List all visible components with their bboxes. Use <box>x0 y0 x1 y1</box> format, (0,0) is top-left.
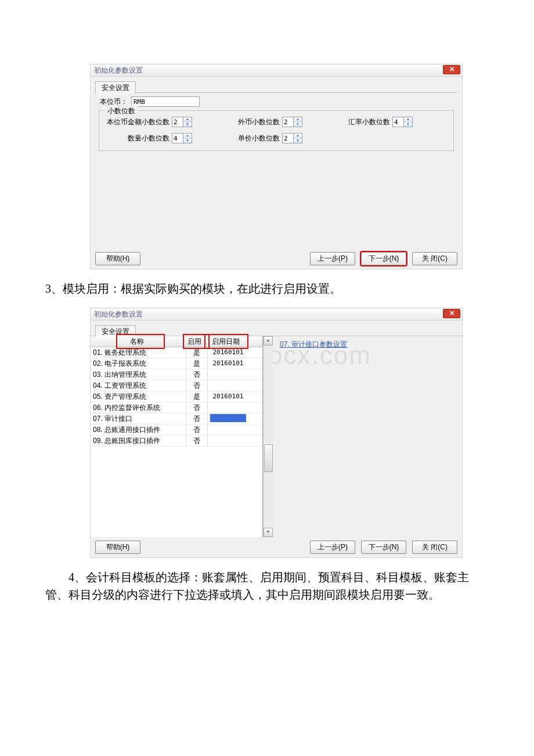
spin-up-icon[interactable]: ▲ <box>294 117 302 123</box>
base-currency-field[interactable]: RMB <box>131 96 200 107</box>
prev-button[interactable]: 上一步(P) <box>310 541 355 554</box>
next-button[interactable]: 下一步(N) <box>361 541 406 554</box>
spin-down-icon[interactable]: ▼ <box>404 123 412 127</box>
decimal-group: 小数位数 本位币金额小数位数 2 ▲▼ 外币小数位数 2 ▲▼ <box>99 110 454 151</box>
table-row[interactable]: 05. 资产管理系统是20160101 <box>91 391 262 402</box>
cell-date: 20160101 <box>208 391 248 402</box>
dialog-title: 初始化参数设置 <box>94 66 143 75</box>
label-base-amount: 本位币金额小数位数 <box>107 117 169 127</box>
para-module-enable: 3、模块启用：根据实际购买的模块，在此进行启用设置。 <box>45 280 489 297</box>
close-button[interactable]: 关 闭(C) <box>412 252 457 265</box>
table-row[interactable]: 03. 出纳管理系统否 <box>91 369 262 380</box>
table-row[interactable]: 07. 审计接口否 <box>91 413 262 424</box>
cell-name: 02. 电子报表系统 <box>91 358 186 369</box>
scroll-thumb[interactable] <box>264 444 273 472</box>
cell-enable: 否 <box>186 402 208 413</box>
label-rate: 汇率小数位数 <box>348 117 390 127</box>
cell-date <box>208 424 248 435</box>
label-qty: 数量小数位数 <box>128 134 169 143</box>
dialog-title: 初始化参数设置 <box>94 309 143 319</box>
cell-enable: 否 <box>186 413 208 424</box>
spin-qty[interactable]: 4 ▲▼ <box>172 133 192 143</box>
spin-up-icon[interactable]: ▲ <box>404 117 412 123</box>
selected-cell[interactable] <box>210 414 246 422</box>
cell-name: 05. 资产管理系统 <box>91 391 186 402</box>
cell-date: 20160101 <box>208 358 248 369</box>
cell-name: 07. 审计接口 <box>91 413 186 424</box>
para-account-template: 4、会计科目模板的选择：账套属性、启用期间、预置科目、科目模板、账套主管、科目分… <box>45 568 489 603</box>
cell-enable: 否 <box>186 435 208 446</box>
cell-enable: 是 <box>186 358 208 369</box>
close-icon[interactable]: ✕ <box>443 65 460 74</box>
cell-enable: 否 <box>186 424 208 435</box>
cell-name: 09. 总账国库接口插件 <box>91 435 186 446</box>
cell-name: 06. 内控监督评价系统 <box>91 402 186 413</box>
help-button[interactable]: 帮助(H) <box>95 541 140 554</box>
dialog-initial-params-1: 初始化参数设置 ✕ 安全设置 本位币： RMB 小数位数 本位币金额小数位数 2 <box>90 64 463 269</box>
cell-date <box>208 369 248 380</box>
cell-date <box>208 402 248 413</box>
dialog-initial-params-2: www.bdocx.com 初始化参数设置 ✕ 安全设置 名称 启用 启用日期 … <box>90 308 463 558</box>
module-grid: 名称 启用 启用日期 01. 账务处理系统是2016010102. 电子报表系统… <box>91 336 263 537</box>
base-currency-label: 本位币： <box>100 97 128 107</box>
spin-up-icon[interactable]: ▲ <box>183 134 192 139</box>
spin-down-icon[interactable]: ▼ <box>294 123 302 127</box>
spin-up-icon[interactable]: ▲ <box>183 117 192 123</box>
cell-name: 03. 出纳管理系统 <box>91 369 186 380</box>
spin-price[interactable]: 2 ▲▼ <box>282 133 302 143</box>
cell-enable: 否 <box>186 380 208 391</box>
spin-down-icon[interactable]: ▼ <box>183 139 192 143</box>
cell-date <box>208 435 248 446</box>
spin-down-icon[interactable]: ▼ <box>294 139 302 143</box>
spin-foreign[interactable]: 2 ▲▼ <box>282 117 302 127</box>
cell-enable: 否 <box>186 369 208 380</box>
table-row[interactable]: 08. 总账通用接口插件否 <box>91 424 262 435</box>
cell-name: 08. 总账通用接口插件 <box>91 424 186 435</box>
cell-date <box>208 380 248 391</box>
spin-base-amount[interactable]: 2 ▲▼ <box>172 117 192 127</box>
close-button[interactable]: 关 闭(C) <box>412 541 457 554</box>
scrollbar[interactable]: ▲ ▼ <box>263 336 273 537</box>
spin-down-icon[interactable]: ▼ <box>183 123 192 127</box>
table-row[interactable]: 02. 电子报表系统是20160101 <box>91 358 262 369</box>
decimal-legend: 小数位数 <box>105 106 138 116</box>
help-button[interactable]: 帮助(H) <box>95 252 140 265</box>
table-row[interactable]: 09. 总账国库接口插件否 <box>91 435 262 447</box>
table-row[interactable]: 06. 内控监督评价系统否 <box>91 402 262 413</box>
cell-date <box>208 413 248 424</box>
next-button[interactable]: 下一步(N) <box>361 252 406 265</box>
spin-rate[interactable]: 4 ▲▼ <box>392 117 413 127</box>
label-price: 单价小数位数 <box>238 134 280 143</box>
titlebar: 初始化参数设置 ✕ <box>91 308 462 321</box>
audit-params-link[interactable]: 07. 审计接口参数设置 <box>280 340 347 348</box>
label-foreign: 外币小数位数 <box>238 117 280 127</box>
titlebar: 初始化参数设置 ✕ <box>91 64 462 77</box>
cell-enable: 是 <box>186 391 208 402</box>
table-row[interactable]: 04. 工资管理系统否 <box>91 380 262 391</box>
tab-security[interactable]: 安全设置 <box>95 81 136 94</box>
prev-button[interactable]: 上一步(P) <box>310 252 355 265</box>
cell-name: 04. 工资管理系统 <box>91 380 186 391</box>
scroll-up-icon[interactable]: ▲ <box>264 336 273 345</box>
scroll-down-icon[interactable]: ▼ <box>264 528 273 537</box>
close-icon[interactable]: ✕ <box>443 309 460 318</box>
spin-up-icon[interactable]: ▲ <box>294 134 302 139</box>
